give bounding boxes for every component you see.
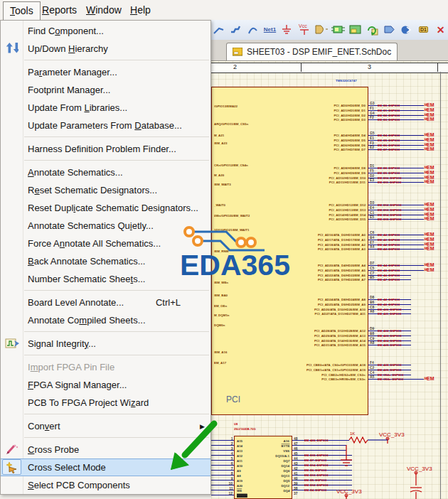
menu-item-label: Update From Libraries...: [28, 102, 127, 113]
ordered-tag-icon[interactable]: D1: [417, 21, 430, 38]
menu-item-annotate-schematics[interactable]: Annotate Schematics...: [1, 163, 210, 181]
menu-item-convert[interactable]: Convert▶: [1, 417, 210, 435]
menu-item-label: Number Schematic Sheets...: [28, 274, 145, 284]
menu-item-update-parameters-from-database[interactable]: Update Parameters From Database...: [1, 117, 210, 134]
sheet-symbol-icon[interactable]: [348, 21, 362, 38]
sheet-entry-icon[interactable]: [383, 21, 396, 38]
menu-item-label: PCB To FPGA Project Wizard: [28, 397, 149, 408]
menu-item-label: Annotate Compiled Sheets...: [28, 315, 146, 326]
menu-item-label: Parameter Manager...: [28, 67, 117, 77]
menu-separator: [24, 355, 209, 355]
menu-item-back-annotate-schematics[interactable]: Back Annotate Schematics...: [1, 252, 210, 270]
menu-separator: [24, 331, 209, 332]
menu-item-footprint-manager[interactable]: Footprint Manager...: [1, 81, 210, 99]
probe-dot-icon[interactable]: [400, 21, 413, 38]
menu-item-board-level-annotate[interactable]: Board Level Annotate...Ctrl+L: [1, 294, 210, 311]
menu-item-annotate-compiled-sheets[interactable]: Annotate Compiled Sheets...: [1, 311, 210, 329]
menu-item-fpga-signal-manager[interactable]: FPGA Signal Manager...: [1, 376, 210, 394]
schematic-sheet[interactable]: [211, 60, 448, 499]
menu-item-reset-duplicate-schematic-designators[interactable]: Reset Duplicate Schematic Designators...: [1, 199, 210, 217]
menu-item-label: Import FPGA Pin File: [28, 362, 114, 372]
gnd-power-port-icon[interactable]: [280, 21, 294, 38]
vcc-power-port-icon[interactable]: Vcc: [297, 21, 311, 38]
menu-item-label: Signal Integrity...: [28, 338, 96, 349]
net-label-icon[interactable]: Net1: [263, 21, 277, 38]
menu-item-label: Harness Definition Problem Finder...: [28, 144, 176, 154]
menu-item-label: Footprint Manager...: [28, 85, 110, 95]
menu-item-label: FPGA Signal Manager...: [28, 380, 127, 390]
cross-select-icon: [2, 459, 21, 475]
menu-separator: [24, 290, 209, 291]
menu-shortcut: Ctrl+L: [156, 294, 181, 311]
menubar-item-help[interactable]: Help: [124, 1, 157, 18]
cross-probe-icon: [4, 442, 21, 456]
menu-item-label: Find Component...: [28, 26, 104, 36]
tools-menu-popup: Find Component...Up/Down HierarchyParame…: [0, 20, 211, 495]
menu-item-label: Back Annotate Schematics...: [28, 256, 145, 267]
menu-separator: [24, 414, 209, 414]
signal-integrity-icon: [4, 336, 21, 350]
menu-item-label: Select PCB Components: [28, 480, 130, 490]
menu-separator: [24, 437, 209, 438]
menu-item-harness-definition-problem-finder[interactable]: Harness Definition Problem Finder...: [1, 140, 210, 158]
menu-item-label: Cross Select Mode: [28, 462, 106, 473]
menu-item-select-pcb-components[interactable]: Select PCB Components: [1, 476, 210, 494]
bus-entry-icon[interactable]: [229, 21, 242, 38]
close-icon[interactable]: ✕: [434, 21, 447, 38]
menu-item-number-schematic-sheets[interactable]: Number Schematic Sheets...: [1, 270, 210, 288]
menu-item-up-down-hierarchy[interactable]: Up/Down Hierarchy: [1, 40, 210, 58]
menu-item-import-fpga-pin-file[interactable]: Import FPGA Pin File: [1, 358, 210, 376]
menu-item-label: Force Annotate All Schematics...: [28, 238, 161, 249]
menu-item-cross-probe[interactable]: Cross Probe: [1, 441, 210, 458]
menu-item-label: Board Level Annotate...: [28, 297, 124, 308]
menu-item-label: Annotate Schematics Quietly...: [28, 220, 154, 231]
wire-stub-icon[interactable]: [212, 21, 225, 38]
polyline-icon[interactable]: [246, 21, 260, 38]
menu-item-signal-integrity[interactable]: Signal Integrity...: [1, 335, 210, 353]
updown-arrows-icon: [4, 41, 21, 55]
paste-array-icon[interactable]: [366, 21, 379, 38]
menu-item-force-annotate-all-schematics[interactable]: Force Annotate All Schematics...: [1, 235, 210, 252]
menu-item-label: Annotate Schematics...: [28, 167, 123, 178]
menu-separator: [24, 160, 209, 161]
menubar-item-window[interactable]: Window: [80, 1, 128, 18]
menu-item-label: Cross Probe: [28, 444, 79, 455]
menu-item-label: Reset Duplicate Schematic Designators...: [28, 203, 198, 213]
menu-item-reset-schematic-designators[interactable]: Reset Schematic Designators...: [1, 181, 210, 199]
gate-part-icon[interactable]: [314, 21, 328, 38]
menu-bar: ToolsReportsWindowHelp: [0, 0, 448, 20]
tab-active-document[interactable]: SHEET03 - DSP EMIF_ENET.SchDoc: [226, 43, 398, 60]
menu-item-annotate-schematics-quietly[interactable]: Annotate Schematics Quietly...: [1, 217, 210, 235]
submenu-arrow-icon: ▶: [200, 418, 205, 436]
svg-text:Vcc: Vcc: [299, 23, 307, 28]
menu-item-update-from-libraries[interactable]: Update From Libraries...: [1, 99, 210, 117]
menu-item-label: Up/Down Hierarchy: [28, 43, 108, 54]
menu-separator: [24, 136, 209, 137]
ic-part-icon[interactable]: [331, 21, 345, 38]
menubar-item-reports[interactable]: Reports: [36, 1, 83, 18]
schematic-doc-icon: [233, 48, 242, 56]
tab-active-label: SHEET03 - DSP EMIF_ENET.SchDoc: [247, 47, 391, 57]
menu-item-find-component[interactable]: Find Component...: [1, 22, 210, 40]
toolbar-icons: Net1VccD1✕: [212, 21, 447, 38]
menu-separator: [24, 60, 209, 60]
menu-item-pcb-to-fpga-project-wizard[interactable]: PCB To FPGA Project Wizard: [1, 394, 210, 412]
menu-item-cross-select-mode[interactable]: Cross Select Mode: [1, 458, 210, 476]
menu-item-label: Update Parameters From Database...: [28, 120, 182, 131]
menu-item-label: Reset Schematic Designators...: [28, 185, 157, 195]
menu-item-parameter-manager[interactable]: Parameter Manager...: [1, 63, 210, 81]
menu-item-label: Convert: [28, 421, 60, 431]
menubar-item-tools[interactable]: Tools: [3, 1, 41, 21]
